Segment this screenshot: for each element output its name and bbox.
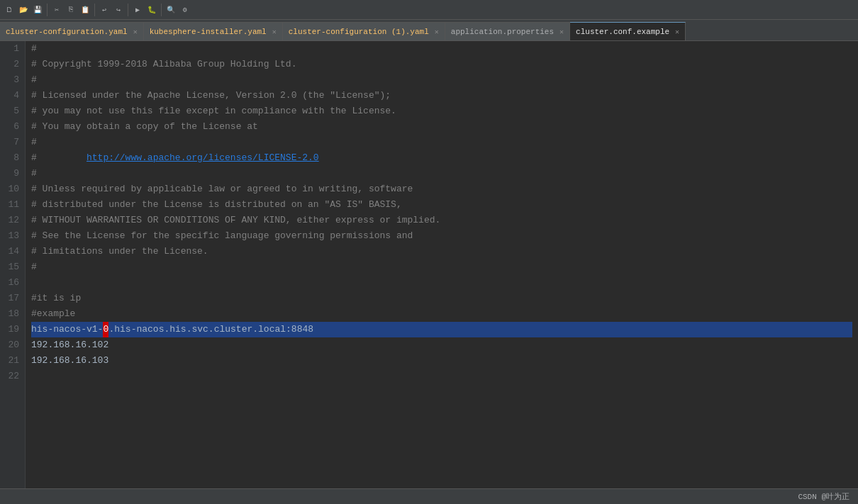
code-line-4: # Licensed under the Apache License, Ver… xyxy=(31,88,852,103)
tab-label-5: cluster.conf.example xyxy=(576,28,669,36)
line-num-7: 7 xyxy=(6,135,19,150)
code-line-2: # Copyright 1999-2018 Alibaba Group Hold… xyxy=(31,57,852,72)
cursor-char: 0 xyxy=(103,322,108,337)
code-line-12: # WITHOUT WARRANTIES OR CONDITIONS OF AN… xyxy=(31,213,852,228)
line-num-8: 8 xyxy=(6,150,19,166)
toolbar-sep-3 xyxy=(128,4,128,16)
code-line-22 xyxy=(31,369,852,384)
code-line-11: # distributed under the License is distr… xyxy=(31,197,852,213)
toolbar-icon-undo[interactable]: ↩ xyxy=(98,4,111,16)
code-line-21: 192.168.16.103 xyxy=(31,353,852,369)
line-num-11: 11 xyxy=(6,197,19,213)
code-line-18: #example xyxy=(31,306,852,322)
tab-label-4: application.properties xyxy=(451,28,554,36)
toolbar-icon-search[interactable]: 🔍 xyxy=(165,4,177,16)
tab-kubesphere-installer[interactable]: kubesphere-installer.yaml ✕ xyxy=(144,22,283,40)
line-num-4: 4 xyxy=(6,88,19,103)
line-num-15: 15 xyxy=(6,259,19,275)
toolbar-icon-debug[interactable]: 🐛 xyxy=(145,4,158,16)
line-num-1: 1 xyxy=(6,41,19,57)
line-num-3: 3 xyxy=(6,72,19,88)
toolbar-icon-open[interactable]: 📂 xyxy=(17,4,30,16)
tab-close-1[interactable]: ✕ xyxy=(133,28,138,36)
code-line-13: # See the License for the specific langu… xyxy=(31,228,852,244)
line-num-16: 16 xyxy=(6,275,19,291)
code-line-6: # You may obtain a copy of the License a… xyxy=(31,119,852,135)
toolbar-sep-2 xyxy=(94,4,95,16)
code-content[interactable]: # # Copyright 1999-2018 Alibaba Group Ho… xyxy=(26,41,858,488)
line-num-21: 21 xyxy=(6,353,19,369)
toolbar-icon-run[interactable]: ▶ xyxy=(131,4,144,16)
code-line-14: # limitations under the License. xyxy=(31,244,852,259)
toolbar-sep-4 xyxy=(161,4,162,16)
tab-close-3[interactable]: ✕ xyxy=(435,28,439,36)
tab-label-1: cluster-configuration.yaml xyxy=(6,28,128,36)
toolbar-icon-new[interactable]: 🗋 xyxy=(3,4,16,16)
code-line-5: # you may not use this file except in co… xyxy=(31,103,852,119)
tab-label-3: cluster-configuration (1).yaml xyxy=(289,28,429,36)
tab-application-properties[interactable]: application.properties ✕ xyxy=(445,22,570,40)
line-num-17: 17 xyxy=(6,291,19,306)
code-line-15: # xyxy=(31,259,852,275)
line-num-6: 6 xyxy=(6,119,19,135)
tabs-bar: cluster-configuration.yaml ✕ kubesphere-… xyxy=(0,20,858,41)
editor-area: 1 2 3 4 5 6 7 8 9 10 11 12 13 14 15 16 1… xyxy=(0,41,858,488)
toolbar-icon-copy[interactable]: ⎘ xyxy=(65,4,77,16)
code-line-8: # http://www.apache.org/licenses/LICENSE… xyxy=(31,150,852,166)
line-num-10: 10 xyxy=(6,181,19,197)
line-num-12: 12 xyxy=(6,213,19,228)
line-num-9: 9 xyxy=(6,166,19,181)
tab-label-2: kubesphere-installer.yaml xyxy=(150,28,267,36)
toolbar-icon-redo[interactable]: ↪ xyxy=(112,4,125,16)
toolbar: 🗋 📂 💾 ✂ ⎘ 📋 ↩ ↪ ▶ 🐛 🔍 ⚙ xyxy=(0,0,858,20)
code-line-16 xyxy=(31,275,852,291)
tab-close-5[interactable]: ✕ xyxy=(675,28,679,36)
line-num-14: 14 xyxy=(6,244,19,259)
tab-cluster-configuration[interactable]: cluster-configuration.yaml ✕ xyxy=(0,22,144,40)
status-text: CSDN @叶为正 xyxy=(798,491,849,502)
code-line-1: # xyxy=(31,41,852,57)
code-line-7: # xyxy=(31,135,852,150)
toolbar-icon-save[interactable]: 💾 xyxy=(31,4,44,16)
toolbar-sep-1 xyxy=(47,4,48,16)
code-line-10: # Unless required by applicable law or a… xyxy=(31,181,852,197)
line-num-13: 13 xyxy=(6,228,19,244)
line-num-19: 19 xyxy=(6,322,19,337)
tab-cluster-configuration-1[interactable]: cluster-configuration (1).yaml ✕ xyxy=(283,22,445,40)
line-numbers: 1 2 3 4 5 6 7 8 9 10 11 12 13 14 15 16 1… xyxy=(0,41,26,488)
line-num-5: 5 xyxy=(6,103,19,119)
license-link[interactable]: http://www.apache.org/licenses/LICENSE-2… xyxy=(87,152,319,163)
code-line-20: 192.168.16.102 xyxy=(31,337,852,353)
line-num-18: 18 xyxy=(6,306,19,322)
code-line-17: #it is ip xyxy=(31,291,852,306)
tab-cluster-conf-example[interactable]: cluster.conf.example ✕ xyxy=(570,22,686,40)
status-bar: CSDN @叶为正 xyxy=(0,488,858,504)
line-num-22: 22 xyxy=(6,369,19,384)
code-line-9: # xyxy=(31,166,852,181)
toolbar-icon-settings[interactable]: ⚙ xyxy=(179,4,191,16)
code-line-3: # xyxy=(31,72,852,88)
code-line-19: his-nacos-v1-0.his-nacos.his.svc.cluster… xyxy=(31,322,852,337)
toolbar-icon-paste[interactable]: 📋 xyxy=(79,4,91,16)
tab-close-4[interactable]: ✕ xyxy=(559,28,564,36)
tab-close-2[interactable]: ✕ xyxy=(272,28,277,36)
line-num-2: 2 xyxy=(6,57,19,72)
line-num-20: 20 xyxy=(6,337,19,353)
toolbar-icon-cut[interactable]: ✂ xyxy=(50,4,63,16)
